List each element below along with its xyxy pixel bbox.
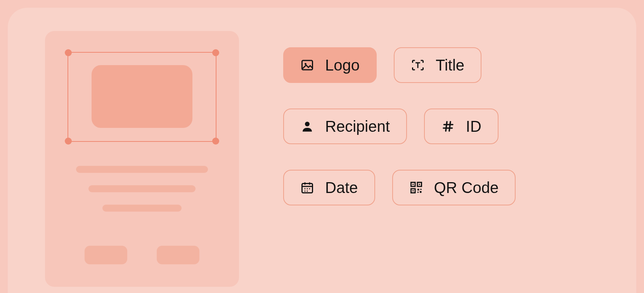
option-label: QR Code [434, 180, 499, 195]
element-options: Logo Title R [283, 47, 613, 231]
option-label: Logo [325, 57, 360, 73]
hash-icon [441, 119, 455, 133]
signature-placeholder-right [157, 246, 199, 264]
option-label: Recipient [325, 119, 390, 134]
option-label: Title [436, 57, 464, 73]
option-label: Date [325, 180, 358, 195]
signature-placeholder-left [85, 246, 127, 264]
svg-rect-10 [412, 184, 414, 185]
resize-handle-top-left[interactable] [65, 49, 72, 56]
svg-rect-12 [419, 184, 420, 185]
text-line-placeholder [76, 166, 208, 173]
resize-handle-bottom-right[interactable] [212, 138, 219, 145]
svg-rect-17 [417, 192, 419, 193]
svg-point-7 [305, 191, 306, 192]
qr-code-icon [409, 181, 423, 195]
svg-point-6 [309, 188, 310, 190]
svg-rect-18 [420, 191, 422, 193]
svg-point-4 [305, 188, 306, 190]
option-recipient[interactable]: Recipient [283, 109, 407, 144]
image-icon [300, 58, 314, 72]
option-logo[interactable]: Logo [283, 47, 377, 83]
option-date[interactable]: Date [283, 170, 375, 205]
options-row: Date QR [283, 170, 613, 205]
text-line-placeholder [102, 205, 182, 212]
svg-point-2 [305, 122, 310, 126]
resize-handle-top-right[interactable] [212, 49, 219, 56]
option-label: ID [466, 119, 481, 134]
options-row: Recipient ID [283, 109, 613, 144]
resize-handle-bottom-left[interactable] [65, 138, 72, 145]
options-row: Logo Title [283, 47, 613, 83]
text-line-placeholder [88, 185, 196, 192]
selection-outline[interactable] [68, 52, 216, 142]
document-preview [45, 31, 239, 287]
person-icon [300, 119, 314, 133]
option-qr-code[interactable]: QR Code [392, 170, 516, 205]
option-id[interactable]: ID [424, 109, 499, 144]
svg-rect-16 [420, 189, 421, 190]
svg-point-5 [307, 188, 308, 190]
svg-point-8 [307, 191, 308, 192]
svg-rect-15 [417, 189, 419, 191]
calendar-icon [300, 181, 314, 195]
svg-rect-14 [412, 190, 414, 191]
option-title[interactable]: Title [394, 47, 481, 83]
editor-panel: Logo Title R [8, 8, 636, 293]
text-field-icon [411, 58, 425, 72]
